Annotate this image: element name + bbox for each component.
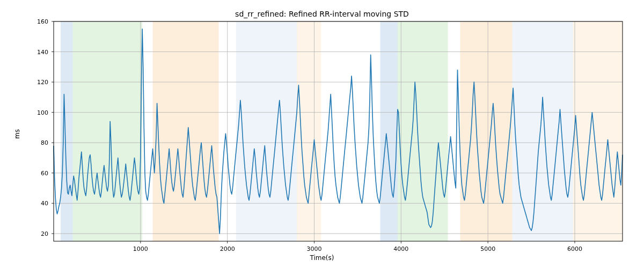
chart-title-text: sd_rr_refined: Refined RR-interval movin… <box>235 10 409 18</box>
y-axis-label-text: ms <box>13 129 21 139</box>
y-tick-label: 80 <box>41 139 48 146</box>
y-axis-label: ms <box>13 0 21 268</box>
band-region <box>73 21 142 241</box>
x-tick-label: 3000 <box>306 245 321 252</box>
x-tick-label: 6000 <box>567 245 582 252</box>
y-tick-label: 160 <box>37 18 48 25</box>
y-tick-label: 20 <box>41 230 48 237</box>
x-tick-label: 5000 <box>480 245 495 252</box>
chart-figure: sd_rr_refined: Refined RR-interval movin… <box>0 0 644 268</box>
x-tick-label: 4000 <box>393 245 408 252</box>
x-tick-label: 2000 <box>220 245 235 252</box>
band-region <box>380 21 397 241</box>
y-tick-label: 40 <box>41 200 48 207</box>
band-region <box>512 21 573 241</box>
band-region <box>236 21 297 241</box>
band-region <box>152 21 218 241</box>
y-tick-label: 120 <box>37 79 48 86</box>
y-tick-label: 140 <box>37 49 48 56</box>
plot-axes: 1000200030004000500060002040608010012014… <box>54 21 623 241</box>
plot-svg: 1000200030004000500060002040608010012014… <box>54 21 623 257</box>
band-region <box>583 21 623 241</box>
x-tick-label: 1000 <box>133 245 148 252</box>
band-region <box>297 21 321 241</box>
band-region <box>460 21 512 241</box>
y-tick-label: 100 <box>37 109 48 116</box>
y-tick-label: 60 <box>41 170 48 177</box>
band-region <box>398 21 448 241</box>
background-bands <box>61 21 623 241</box>
chart-title: sd_rr_refined: Refined RR-interval movin… <box>0 10 644 18</box>
band-region <box>61 21 73 241</box>
